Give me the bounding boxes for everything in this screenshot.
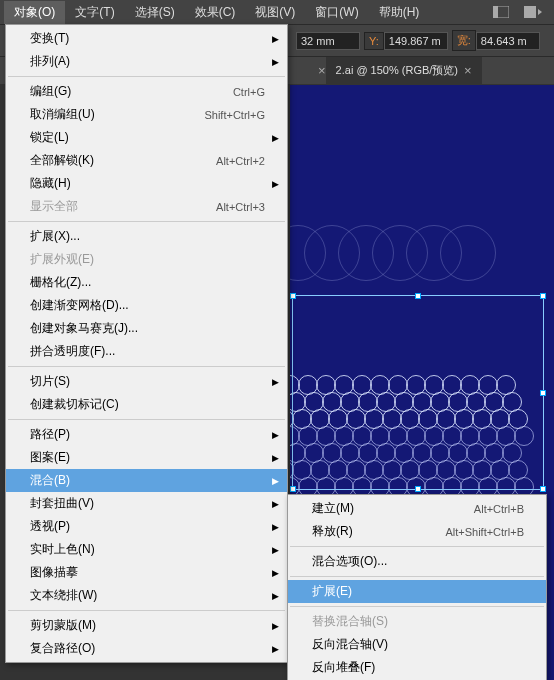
submenu-arrow-icon: ▶: [272, 591, 279, 601]
menu-item[interactable]: 释放(R)Alt+Shift+Ctrl+B: [288, 520, 546, 543]
menu-item[interactable]: 透视(P)▶: [6, 515, 287, 538]
menu-item-label: 图像描摹: [30, 564, 78, 581]
menu-help[interactable]: 帮助(H): [369, 1, 430, 24]
menu-item-label: 排列(A): [30, 53, 70, 70]
menu-item[interactable]: 扩展(X)...: [6, 225, 287, 248]
menubar: 对象(O) 文字(T) 选择(S) 效果(C) 视图(V) 窗口(W) 帮助(H…: [0, 0, 554, 24]
blend-submenu: 建立(M)Alt+Ctrl+B释放(R)Alt+Shift+Ctrl+B混合选项…: [287, 494, 547, 680]
menu-item: 显示全部Alt+Ctrl+3: [6, 195, 287, 218]
submenu-arrow-icon: ▶: [272, 430, 279, 440]
menu-item[interactable]: 图像描摹▶: [6, 561, 287, 584]
menu-item[interactable]: 创建对象马赛克(J)...: [6, 317, 287, 340]
menu-item-label: 扩展外观(E): [30, 251, 94, 268]
menu-item[interactable]: 封套扭曲(V)▶: [6, 492, 287, 515]
selection-handle[interactable]: [540, 390, 546, 396]
x-input[interactable]: 32 mm: [296, 32, 360, 50]
menu-item: 替换混合轴(S): [288, 610, 546, 633]
menu-item-label: 取消编组(U): [30, 106, 95, 123]
menu-item[interactable]: 混合(B)▶: [6, 469, 287, 492]
menu-item[interactable]: 锁定(L)▶: [6, 126, 287, 149]
menu-item-label: 路径(P): [30, 426, 70, 443]
menu-shortcut: Shift+Ctrl+G: [204, 109, 265, 121]
menu-effect[interactable]: 效果(C): [185, 1, 246, 24]
menu-item-label: 拼合透明度(F)...: [30, 343, 115, 360]
selection-handle[interactable]: [540, 486, 546, 492]
menu-item[interactable]: 路径(P)▶: [6, 423, 287, 446]
menu-item[interactable]: 栅格化(Z)...: [6, 271, 287, 294]
menu-item[interactable]: 全部解锁(K)Alt+Ctrl+2: [6, 149, 287, 172]
submenu-arrow-icon: ▶: [272, 568, 279, 578]
tab-document[interactable]: 2.ai @ 150% (RGB/预览) ×: [326, 57, 482, 84]
menu-item[interactable]: 反向混合轴(V): [288, 633, 546, 656]
tab-close-icon[interactable]: ×: [464, 63, 472, 78]
menu-shortcut: Alt+Ctrl+3: [216, 201, 265, 213]
menu-item[interactable]: 文本绕排(W)▶: [6, 584, 287, 607]
y-input[interactable]: 149.867 m: [384, 32, 448, 50]
object-menu: 变换(T)▶排列(A)▶编组(G)Ctrl+G取消编组(U)Shift+Ctrl…: [5, 24, 288, 663]
menu-window[interactable]: 窗口(W): [305, 1, 368, 24]
submenu-arrow-icon: ▶: [272, 179, 279, 189]
menu-item-label: 切片(S): [30, 373, 70, 390]
menu-item-label: 创建裁切标记(C): [30, 396, 119, 413]
menu-item-label: 编组(G): [30, 83, 71, 100]
submenu-arrow-icon: ▶: [272, 499, 279, 509]
menu-item[interactable]: 建立(M)Alt+Ctrl+B: [288, 497, 546, 520]
selection-handle[interactable]: [540, 293, 546, 299]
menu-item-label: 创建渐变网格(D)...: [30, 297, 129, 314]
menu-item[interactable]: 图案(E)▶: [6, 446, 287, 469]
menu-item-label: 显示全部: [30, 198, 78, 215]
menu-item-label: 栅格化(Z)...: [30, 274, 91, 291]
menu-item[interactable]: 隐藏(H)▶: [6, 172, 287, 195]
menu-item-label: 封套扭曲(V): [30, 495, 94, 512]
submenu-arrow-icon: ▶: [272, 545, 279, 555]
menu-shortcut: Alt+Ctrl+B: [474, 503, 524, 515]
submenu-arrow-icon: ▶: [272, 377, 279, 387]
menu-item-label: 隐藏(H): [30, 175, 71, 192]
menu-item[interactable]: 创建裁切标记(C): [6, 393, 287, 416]
menu-item[interactable]: 排列(A)▶: [6, 50, 287, 73]
menu-select[interactable]: 选择(S): [125, 1, 185, 24]
selection-handle[interactable]: [290, 293, 296, 299]
menu-item-label: 混合(B): [30, 472, 70, 489]
selection-handle[interactable]: [415, 486, 421, 492]
submenu-arrow-icon: ▶: [272, 644, 279, 654]
layout-icon[interactable]: [492, 5, 510, 19]
submenu-arrow-icon: ▶: [272, 476, 279, 486]
menu-item-label: 变换(T): [30, 30, 69, 47]
panel-icon[interactable]: [524, 5, 542, 19]
submenu-arrow-icon: ▶: [272, 133, 279, 143]
menu-item-label: 扩展(E): [312, 583, 352, 600]
menu-item[interactable]: 取消编组(U)Shift+Ctrl+G: [6, 103, 287, 126]
selection-handle[interactable]: [290, 486, 296, 492]
menu-item[interactable]: 混合选项(O)...: [288, 550, 546, 573]
selection-box: [292, 295, 544, 490]
submenu-arrow-icon: ▶: [272, 621, 279, 631]
menu-item: 扩展外观(E): [6, 248, 287, 271]
menu-object[interactable]: 对象(O): [4, 1, 65, 24]
submenu-arrow-icon: ▶: [272, 57, 279, 67]
menu-type[interactable]: 文字(T): [65, 1, 124, 24]
menu-item[interactable]: 复合路径(O)▶: [6, 637, 287, 660]
svg-rect-2: [524, 6, 536, 18]
menu-item[interactable]: 扩展(E): [288, 580, 546, 603]
menu-item[interactable]: 拼合透明度(F)...: [6, 340, 287, 363]
w-input[interactable]: 84.643 m: [476, 32, 540, 50]
submenu-arrow-icon: ▶: [272, 34, 279, 44]
menu-item[interactable]: 变换(T)▶: [6, 27, 287, 50]
menu-item[interactable]: 实时上色(N)▶: [6, 538, 287, 561]
menu-item[interactable]: 反向堆叠(F): [288, 656, 546, 679]
menu-view[interactable]: 视图(V): [245, 1, 305, 24]
menu-item-label: 反向混合轴(V): [312, 636, 388, 653]
selection-handle[interactable]: [415, 293, 421, 299]
menu-item[interactable]: 切片(S)▶: [6, 370, 287, 393]
menu-item-label: 复合路径(O): [30, 640, 95, 657]
menu-shortcut: Alt+Shift+Ctrl+B: [445, 526, 524, 538]
menu-item[interactable]: 剪切蒙版(M)▶: [6, 614, 287, 637]
menu-item[interactable]: 编组(G)Ctrl+G: [6, 80, 287, 103]
menu-item-label: 扩展(X)...: [30, 228, 80, 245]
menu-item[interactable]: 创建渐变网格(D)...: [6, 294, 287, 317]
y-label: Y:: [364, 32, 384, 50]
menu-item-label: 混合选项(O)...: [312, 553, 387, 570]
tab-close-icon[interactable]: ×: [318, 63, 326, 78]
menu-item-label: 锁定(L): [30, 129, 69, 146]
